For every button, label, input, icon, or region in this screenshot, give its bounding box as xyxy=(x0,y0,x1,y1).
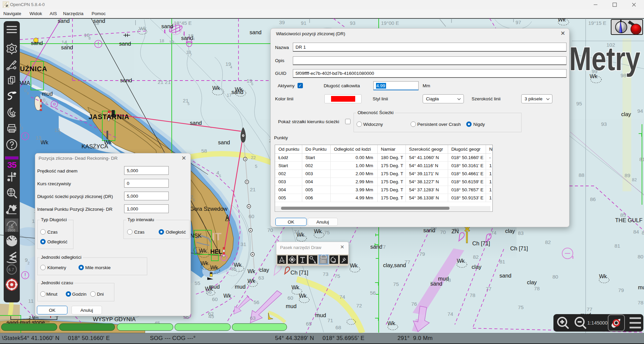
svg-text:sand: sand xyxy=(120,77,132,83)
svg-text:82: 82 xyxy=(473,254,479,260)
svg-text:8: 8 xyxy=(642,230,644,236)
svg-text:7: 7 xyxy=(190,53,192,57)
svg-text:62: 62 xyxy=(208,311,214,316)
svg-text:71: 71 xyxy=(327,317,333,323)
svg-text:JASTARNIA: JASTARNIA xyxy=(89,113,129,120)
svg-text:6: 6 xyxy=(251,82,253,86)
svg-text:77: 77 xyxy=(430,281,436,286)
svg-text:sand: sand xyxy=(190,120,202,126)
svg-text:Ch [71]: Ch [71] xyxy=(472,240,490,246)
svg-text:mud: mud xyxy=(42,91,53,97)
svg-text:Wk: Wk xyxy=(387,321,395,326)
svg-text:74: 74 xyxy=(491,230,497,236)
svg-text:1:145000: 1:145000 xyxy=(587,320,607,326)
svg-text:82: 82 xyxy=(545,239,551,245)
svg-text:89: 89 xyxy=(625,173,630,178)
svg-text:56: 56 xyxy=(206,289,212,295)
svg-text:11: 11 xyxy=(28,298,34,304)
svg-text:74: 74 xyxy=(294,229,300,235)
svg-text:98: 98 xyxy=(621,72,626,78)
svg-text:Wk: Wk xyxy=(350,263,358,268)
svg-text:3: 3 xyxy=(21,126,23,130)
svg-text:60: 60 xyxy=(287,295,293,301)
svg-text:21 21: 21 21 xyxy=(158,79,171,85)
svg-text:6: 6 xyxy=(66,43,68,47)
svg-text:56: 56 xyxy=(370,290,376,296)
svg-text:AMA: AMA xyxy=(18,80,30,86)
svg-text:58: 58 xyxy=(201,148,207,154)
svg-text:Wk: Wk xyxy=(248,268,256,274)
svg-text:18: 18 xyxy=(159,38,164,43)
svg-text:0: 0 xyxy=(94,142,96,147)
svg-text:Metry: Metry xyxy=(569,40,640,77)
svg-text:77: 77 xyxy=(486,286,491,292)
svg-text:81: 81 xyxy=(499,259,505,264)
svg-text:THE GULF: THE GULF xyxy=(615,217,643,223)
svg-text:21: 21 xyxy=(250,187,256,192)
svg-text:0: 0 xyxy=(43,98,45,103)
svg-text:Wk: Wk xyxy=(201,260,209,266)
svg-text:86: 86 xyxy=(590,196,596,202)
svg-text:8: 8 xyxy=(40,139,42,143)
svg-text:60: 60 xyxy=(212,296,218,302)
svg-text:75: 75 xyxy=(393,281,399,287)
svg-text:6.7: 6.7 xyxy=(8,267,14,272)
svg-text:19°00 E: 19°00 E xyxy=(381,20,399,26)
svg-text:81: 81 xyxy=(614,243,620,249)
svg-text:mud: mud xyxy=(286,303,297,309)
svg-text:clay: clay xyxy=(259,267,269,273)
svg-text:18: 18 xyxy=(94,21,99,26)
svg-text:55: 55 xyxy=(195,280,200,286)
svg-text:o: o xyxy=(6,3,8,7)
svg-text:HEL: HEL xyxy=(210,248,222,255)
svg-text:Wk: Wk xyxy=(590,73,598,79)
svg-text:Wk: Wk xyxy=(139,26,147,31)
svg-text:45: 45 xyxy=(231,266,236,272)
svg-text:79: 79 xyxy=(618,287,624,293)
svg-text:80: 80 xyxy=(638,254,644,259)
svg-text:mu: mu xyxy=(638,284,644,290)
svg-text:95: 95 xyxy=(576,101,582,106)
svg-text:Wk: Wk xyxy=(457,258,465,264)
svg-text:1: 1 xyxy=(164,29,166,34)
svg-text:77: 77 xyxy=(587,306,592,312)
svg-text:clay,sand: clay,sand xyxy=(383,262,406,268)
svg-text:8: 8 xyxy=(89,36,91,40)
svg-text:Wk: Wk xyxy=(299,293,307,299)
svg-text:91: 91 xyxy=(301,20,307,26)
svg-text:65: 65 xyxy=(306,321,312,327)
svg-text:Wk: Wk xyxy=(210,265,218,271)
svg-text:4: 4 xyxy=(193,37,195,41)
svg-text:31: 31 xyxy=(240,241,246,247)
svg-text:Wk: Wk xyxy=(104,140,112,145)
svg-text:70: 70 xyxy=(440,229,446,235)
svg-text:Wk: Wk xyxy=(223,293,231,299)
svg-text:75: 75 xyxy=(518,304,524,310)
svg-text:22: 22 xyxy=(251,155,256,160)
svg-text:77: 77 xyxy=(380,244,386,250)
svg-text:4: 4 xyxy=(230,65,232,69)
svg-text:102: 102 xyxy=(606,42,615,48)
svg-text:Wk: Wk xyxy=(248,278,256,284)
svg-text:sand: sand xyxy=(218,139,230,145)
svg-text:39: 39 xyxy=(279,19,285,25)
svg-text:75: 75 xyxy=(324,230,330,235)
svg-text:5: 5 xyxy=(187,102,190,106)
svg-text:78: 78 xyxy=(470,292,475,298)
svg-text:7: 7 xyxy=(59,131,61,135)
svg-text:Wk: Wk xyxy=(314,229,322,234)
svg-text:sand: sand xyxy=(161,23,173,29)
svg-text:mud: mud xyxy=(315,312,326,318)
svg-text:99: 99 xyxy=(592,68,597,74)
svg-text:Wk: Wk xyxy=(212,85,220,91)
svg-text:Wk: Wk xyxy=(199,248,207,254)
svg-text:93: 93 xyxy=(601,121,607,127)
svg-text:60: 60 xyxy=(249,213,255,219)
svg-text:85: 85 xyxy=(620,212,626,218)
svg-text:2: 2 xyxy=(28,261,30,265)
svg-text:mud: mud xyxy=(235,284,246,290)
svg-text:NSK: NSK xyxy=(190,233,202,239)
svg-text:74: 74 xyxy=(447,311,453,317)
svg-text:75: 75 xyxy=(334,273,340,279)
svg-text:72: 72 xyxy=(356,303,362,308)
